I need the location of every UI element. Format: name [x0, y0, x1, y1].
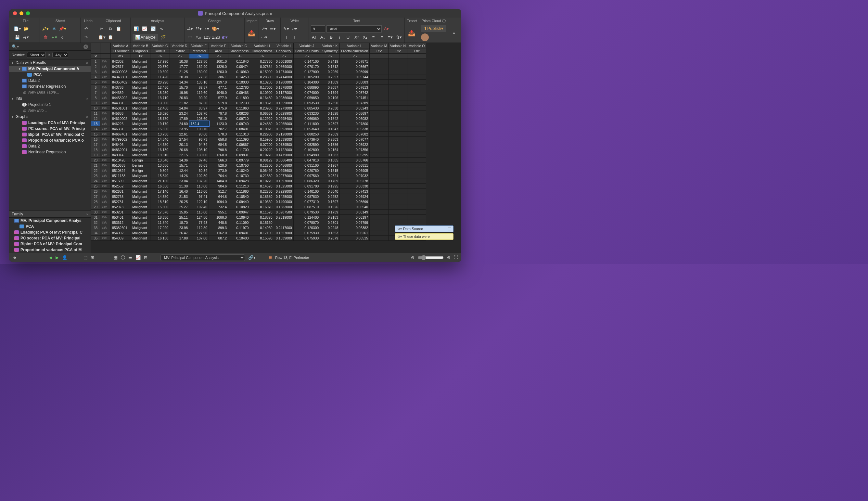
cell[interactable]: 0.15950 — [250, 137, 274, 142]
cell[interactable]: 0.1847 — [320, 126, 340, 131]
row-title-cell[interactable]: Title — [100, 121, 111, 126]
cell[interactable]: 1001.0 — [209, 59, 228, 64]
row-title-cell[interactable]: Title — [100, 152, 111, 158]
cell[interactable]: 955.1 — [209, 210, 228, 215]
cell[interactable] — [388, 152, 407, 158]
section-info[interactable]: ▾Info» — [9, 95, 90, 102]
cell[interactable] — [370, 90, 388, 95]
cell[interactable]: 0.0295600 — [274, 168, 293, 173]
col-header-var[interactable]: Variable C — [150, 43, 170, 49]
cell[interactable]: 0.1885 — [320, 158, 340, 163]
row-title-cell[interactable]: Title — [100, 173, 111, 178]
col-header-var[interactable]: Variable M — [370, 43, 388, 49]
cell[interactable]: 0.06261 — [340, 230, 370, 236]
col-header-name[interactable]: Concave Points — [293, 49, 320, 54]
subscript-button[interactable]: X₂ — [362, 34, 369, 41]
cell[interactable]: 108.10 — [189, 147, 209, 152]
row-title-cell[interactable]: Title — [100, 158, 111, 163]
user-avatar[interactable] — [421, 33, 429, 41]
cell[interactable]: 8510653 — [111, 163, 131, 168]
cell[interactable]: 0.2419 — [320, 59, 340, 64]
cell[interactable]: 0.15160 — [250, 220, 274, 225]
cell[interactable]: 852781 — [111, 199, 131, 204]
cell[interactable]: 844359 — [111, 90, 131, 95]
cell[interactable]: 0.1980000 — [274, 79, 293, 85]
cell[interactable]: 14.540 — [150, 137, 170, 142]
cell[interactable]: 13.000 — [150, 100, 170, 106]
cell[interactable]: 0.086320 — [293, 178, 320, 183]
cell[interactable]: 83.97 — [189, 106, 209, 111]
cell[interactable] — [407, 95, 426, 100]
cell[interactable] — [407, 210, 426, 215]
cell[interactable] — [370, 178, 388, 183]
cell[interactable]: 0.0666400 — [274, 158, 293, 163]
font-smaller-button[interactable]: A↓ — [319, 34, 326, 41]
row-number[interactable]: 20 — [91, 158, 100, 163]
cell[interactable]: Malignant — [131, 121, 150, 126]
cell[interactable] — [407, 131, 426, 137]
cell[interactable] — [370, 59, 388, 64]
cell[interactable]: Malignant — [131, 220, 150, 225]
cell[interactable]: 0.2597 — [320, 74, 340, 79]
cell[interactable] — [370, 225, 388, 230]
cell[interactable]: 0.17190 — [250, 230, 274, 236]
row-header-corner[interactable]: ✕ — [91, 54, 100, 59]
row-number[interactable]: 3 — [91, 69, 100, 74]
paste-button[interactable]: 📋 — [115, 25, 122, 32]
col-type-selector[interactable]: ⩘▾ — [293, 54, 320, 59]
line-spacing-button[interactable]: ⇅▾ — [395, 34, 403, 41]
cell[interactable]: 0.1739 — [320, 210, 340, 215]
row-title-cell[interactable]: Title — [100, 85, 111, 90]
row-title-cell[interactable]: Title — [100, 142, 111, 147]
row-title-cell[interactable]: Title — [100, 236, 111, 241]
cell[interactable]: 0.11570 — [250, 210, 274, 215]
cell[interactable]: 0.11860 — [228, 106, 250, 111]
nav-project-info-1[interactable]: iProject info 1 — [9, 102, 90, 108]
cell[interactable]: 0.07389 — [340, 100, 370, 106]
cell[interactable]: 77.58 — [189, 74, 209, 79]
row-number[interactable]: 15 — [91, 131, 100, 137]
draw-shapes-button[interactable]: ▭▾ — [269, 25, 277, 32]
row-number[interactable]: 16 — [91, 137, 100, 142]
cell[interactable]: 84667401 — [111, 131, 131, 137]
col-header-var[interactable]: Variable K — [320, 43, 340, 49]
cell[interactable]: 0.07200 — [250, 142, 274, 147]
cell[interactable] — [407, 199, 426, 204]
cell[interactable]: 797.8 — [209, 111, 228, 116]
cell[interactable]: 0.06924 — [340, 194, 370, 199]
cell[interactable]: 0.3001000 — [274, 59, 293, 64]
cell[interactable]: 644.8 — [209, 194, 228, 199]
col-header-name[interactable]: Title — [407, 49, 426, 54]
cell[interactable]: 0.11890 — [228, 95, 250, 100]
cell[interactable]: 0.06330 — [340, 183, 370, 189]
cell[interactable] — [407, 100, 426, 106]
cell[interactable]: Malignant — [131, 111, 150, 116]
cell[interactable] — [407, 173, 426, 178]
cell[interactable]: 20.68 — [170, 147, 189, 152]
cell[interactable]: 0.09401 — [228, 230, 250, 236]
copy-button[interactable]: ⧉ — [107, 25, 114, 32]
redo-button[interactable]: ↷ — [83, 34, 90, 41]
cell[interactable]: 132.90 — [189, 64, 209, 69]
font-color-button[interactable]: A▾ — [383, 25, 390, 32]
col-type-selector[interactable]: ⩘▾ — [320, 54, 340, 59]
cell[interactable]: 25.11 — [170, 215, 189, 220]
cell[interactable]: 0.13280 — [250, 79, 274, 85]
cell[interactable]: 852552 — [111, 183, 131, 189]
cell[interactable]: 0.06905 — [340, 168, 370, 173]
cell[interactable]: 24.80 — [170, 121, 189, 126]
cell[interactable]: 124.80 — [189, 215, 209, 220]
cell[interactable]: 781.0 — [209, 116, 228, 121]
cell[interactable]: 851509 — [111, 178, 131, 183]
col-header-var[interactable]: Variable F — [209, 43, 228, 49]
cell[interactable]: 23.98 — [170, 225, 189, 230]
cell[interactable] — [370, 121, 388, 126]
cell[interactable]: 8510824 — [111, 168, 131, 173]
cell[interactable]: 15.850 — [150, 126, 170, 131]
cell[interactable] — [370, 194, 388, 199]
cell[interactable]: 0.2079 — [320, 236, 340, 241]
row-number[interactable]: 33 — [91, 225, 100, 230]
cell[interactable]: 135.10 — [189, 79, 209, 85]
cell[interactable]: 0.031100 — [293, 163, 320, 168]
cell[interactable]: 60.34 — [189, 168, 209, 173]
